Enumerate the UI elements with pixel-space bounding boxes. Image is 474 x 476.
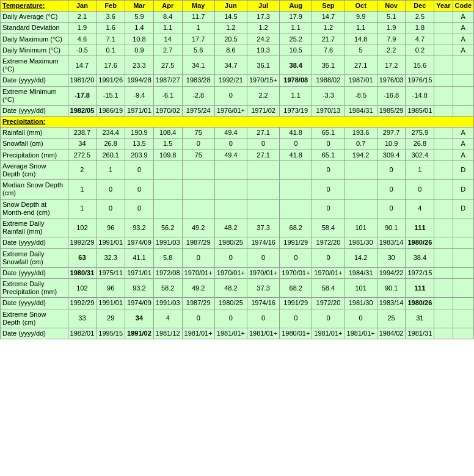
data-cell (345, 160, 377, 179)
data-cell (434, 267, 453, 278)
data-cell: 1986/19 (97, 105, 125, 116)
data-cell: 1992/29 (68, 237, 97, 248)
data-cell: 58.2 (153, 279, 182, 298)
data-cell: 4 (153, 309, 182, 328)
data-cell: 102 (68, 218, 97, 237)
data-cell: 0 (214, 309, 247, 328)
data-cell: 2 (68, 160, 97, 179)
header-sep: Sep (312, 1, 345, 12)
data-cell: 30 (377, 248, 406, 267)
row-label: Extreme Snow Depth (cm) (1, 309, 68, 328)
data-cell: 2.2 (247, 86, 279, 105)
data-cell: 1.4 (125, 23, 154, 34)
data-cell: 0 (97, 180, 125, 199)
header-nov: Nov (377, 1, 406, 12)
data-cell: 1983/14 (377, 298, 406, 309)
data-cell: D (453, 199, 474, 218)
data-cell (182, 180, 214, 199)
data-cell: 1.1 (153, 23, 182, 34)
data-cell (453, 237, 474, 248)
data-cell: 1992/29 (68, 298, 97, 309)
data-cell: 1971/02 (247, 105, 279, 116)
table-row: Extreme Daily Snowfall (cm)6332.341.15.8… (1, 248, 474, 267)
data-cell: 34.7 (214, 56, 247, 74)
data-cell: 1.5 (153, 139, 182, 150)
data-cell: 1981/12 (153, 328, 182, 339)
data-cell: 36.1 (247, 56, 279, 74)
data-cell (453, 86, 474, 105)
data-cell: 34.1 (182, 56, 214, 74)
data-cell: 0 (214, 86, 247, 105)
data-cell: 1985/29 (377, 105, 406, 116)
data-cell (153, 180, 182, 199)
data-cell: 93.2 (125, 218, 154, 237)
data-cell: 34 (68, 139, 97, 150)
data-cell: A (453, 12, 474, 23)
data-cell: 1971/01 (125, 267, 154, 278)
data-cell: -0.5 (68, 45, 97, 56)
row-label: Extreme Daily Precipitation (mm) (1, 279, 68, 298)
data-cell: 96 (97, 218, 125, 237)
data-cell: 1974/09 (125, 237, 154, 248)
data-cell: 27.1 (345, 56, 377, 74)
table-row: Date (yyyy/dd)1981/201991/261994/281987/… (1, 75, 474, 86)
data-cell: 68.2 (280, 279, 312, 298)
data-cell: 15.6 (406, 56, 434, 74)
data-cell: -15.1 (97, 86, 125, 105)
data-cell: 0 (280, 309, 312, 328)
data-cell: 0 (312, 248, 345, 267)
climate-table: Temperature: Jan Feb Mar Apr May Jun Jul… (0, 0, 474, 339)
data-cell: 5 (345, 45, 377, 56)
data-cell: 0 (214, 248, 247, 267)
data-cell: 49.4 (214, 150, 247, 160)
data-cell: 17.6 (97, 56, 125, 74)
data-cell (182, 160, 214, 179)
data-cell: 1974/16 (247, 298, 279, 309)
data-cell: 14.7 (312, 12, 345, 23)
data-cell: 26.8 (97, 139, 125, 150)
table-row: Date (yyyy/dd)1980/311975/111971/011972/… (1, 267, 474, 278)
data-cell: 0 (182, 139, 214, 150)
data-cell: D (453, 160, 474, 179)
header-label: Temperature: (1, 1, 68, 12)
table-row: Daily Maximum (°C)4.67.110.81417.720.524… (1, 34, 474, 45)
data-cell: 1981/01+ (247, 328, 279, 339)
data-cell: 24.2 (247, 34, 279, 45)
row-label: Extreme Maximum (°C) (1, 56, 68, 74)
data-cell (453, 279, 474, 298)
data-cell: 0 (377, 180, 406, 199)
data-cell: 1976/03 (377, 75, 406, 86)
data-cell: 0 (125, 199, 154, 218)
data-cell: 1994/22 (377, 267, 406, 278)
data-cell: 31 (406, 309, 434, 328)
data-cell: 1978/08 (280, 75, 312, 86)
data-cell: 1970/01+ (182, 267, 214, 278)
data-cell: -14.8 (406, 86, 434, 105)
data-cell (434, 328, 453, 339)
data-cell: A (453, 139, 474, 150)
data-cell (453, 248, 474, 267)
header-year: Year (434, 1, 453, 12)
data-cell: 1976/15 (406, 75, 434, 86)
data-cell: 1 (406, 160, 434, 179)
data-cell (247, 180, 279, 199)
data-cell: 35.1 (312, 56, 345, 74)
table-row: Median Snow Depth (cm)100000D (1, 180, 474, 199)
data-cell: 1981/31 (406, 328, 434, 339)
data-cell: 1974/09 (125, 298, 154, 309)
data-cell: 109.8 (153, 150, 182, 160)
data-cell: 1991/03 (153, 237, 182, 248)
row-label: Date (yyyy/dd) (1, 105, 68, 116)
data-cell: 7.9 (377, 34, 406, 45)
data-cell (247, 160, 279, 179)
data-cell: 17.7 (182, 34, 214, 45)
data-cell: 10.8 (125, 34, 154, 45)
data-cell: 1987/29 (182, 237, 214, 248)
data-cell: 1987/01 (345, 75, 377, 86)
row-label: Date (yyyy/dd) (1, 75, 68, 86)
data-cell: 1984/31 (345, 267, 377, 278)
data-cell: 49.4 (214, 128, 247, 139)
data-cell: 13.5 (125, 139, 154, 150)
data-cell (453, 298, 474, 309)
data-cell (434, 237, 453, 248)
